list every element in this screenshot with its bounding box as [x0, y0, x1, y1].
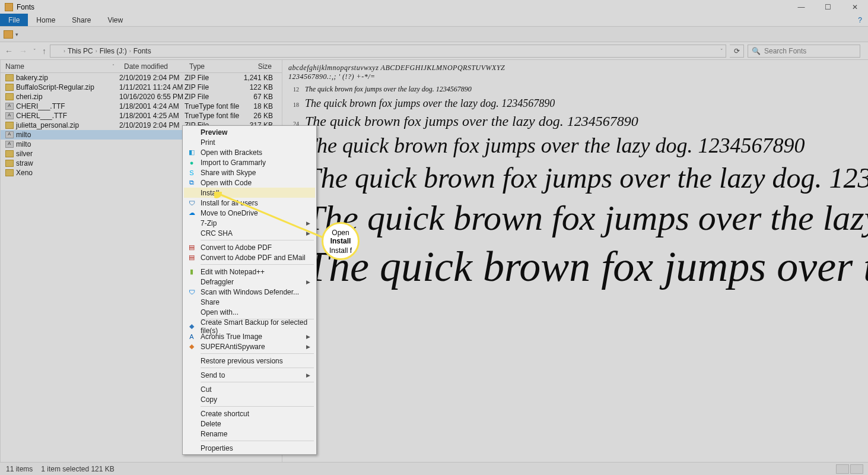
sidebar-item[interactable]: bakery.zip [0, 319, 1, 330]
forward-button[interactable]: → [19, 46, 27, 56]
menu-item[interactable]: Copy [184, 394, 315, 404]
table-row[interactable]: cheri.zip10/16/2020 6:55 PMZIP File67 KB [1, 92, 282, 102]
sidebar-item[interactable]: BuffaloScript-Regular.zip [0, 330, 1, 340]
sidebar-item[interactable]: AppData [0, 137, 1, 148]
menu-item[interactable]: Send to▶ [184, 370, 315, 380]
tab-home[interactable]: Home [28, 14, 63, 26]
tab-share[interactable]: Share [63, 14, 99, 26]
sidebar-item[interactable]: Archived Pictures [0, 159, 1, 169]
maximize-button[interactable]: ☐ [815, 0, 841, 14]
tab-file[interactable]: File [0, 14, 28, 26]
tab-view[interactable]: View [99, 14, 131, 26]
menu-item[interactable]: 🛡Scan with Windows Defender... [184, 287, 315, 297]
menu-item[interactable]: 7-Zip▶ [184, 218, 315, 228]
menu-item[interactable]: SShare with Skype [184, 167, 315, 178]
sidebar-item[interactable]: Favorites [0, 297, 1, 308]
column-size[interactable]: Size [241, 62, 276, 71]
menu-item[interactable]: ⧉Open with Code [184, 178, 315, 188]
menu-item[interactable]: CRC SHA▶ [184, 228, 315, 238]
column-name[interactable]: Name˄ [1, 62, 119, 71]
menu-item[interactable]: Delete [184, 419, 315, 429]
sidebar-item[interactable]: Files (J:) [0, 116, 1, 126]
sidebar-item[interactable]: Cursors [0, 191, 1, 201]
menu-item-icon: S [187, 168, 196, 178]
sidebar-item[interactable]: Videos [0, 94, 1, 105]
minimize-button[interactable]: — [788, 0, 815, 14]
menu-item[interactable]: Defraggler▶ [184, 277, 315, 287]
sidebar-item[interactable]: Audio [0, 169, 1, 180]
sidebar-item[interactable]: My Downloads [0, 404, 1, 415]
sidebar-item[interactable]: Documents [0, 212, 1, 223]
address-bar[interactable]: › This PC› Files (J:)› Fonts ˅ [50, 45, 726, 58]
menu-item[interactable]: ◆Create Smart Backup for selected file(s… [184, 321, 315, 331]
menu-item[interactable]: Share [184, 297, 315, 307]
up-button[interactable]: ↑ [42, 46, 46, 56]
menu-item[interactable]: AAcronis True Image▶ [184, 331, 315, 341]
column-type[interactable]: Type [185, 62, 241, 71]
sidebar-item[interactable]: 6f4960b49390e04d.zip [0, 276, 1, 287]
menu-item[interactable]: Properties [184, 443, 315, 453]
menu-item[interactable]: Open with... [184, 307, 315, 317]
sidebar-item[interactable]: Music [0, 394, 1, 404]
menu-item[interactable]: ▮Edit with Notepad++ [184, 267, 315, 277]
sidebar-item[interactable]: Music [0, 73, 1, 84]
sidebar-item[interactable]: Adobe Photoshop CC 2019 Settings [0, 126, 1, 137]
search-input[interactable]: 🔍 Search Fonts [748, 45, 860, 58]
chevron-down-icon[interactable]: ▾ [15, 31, 18, 37]
navigation-pane[interactable]: ▲ ▼ DownloadsMusicPicturesVideossandisk … [0, 60, 1, 472]
menu-item[interactable]: ◆SUPERAntiSpyware▶ [184, 341, 315, 352]
sidebar-item[interactable]: julietta_personal.zip [0, 351, 1, 362]
menu-item[interactable]: Preview [184, 127, 315, 137]
breadcrumb[interactable]: This PC [68, 47, 93, 55]
sidebar-item[interactable]: Software [0, 447, 1, 458]
sidebar-item[interactable]: Elementor Freebies [0, 244, 1, 255]
sidebar-item[interactable]: Xenophone.zip [0, 383, 1, 394]
sidebar-item[interactable]: Outlook Files [0, 415, 1, 426]
column-date[interactable]: Date modified [119, 62, 185, 71]
table-row[interactable]: CHERI___.TTF1/18/2001 4:24 AMTrueType fo… [1, 102, 282, 111]
menu-item[interactable]: ▤Convert to Adobe PDF [184, 242, 315, 252]
back-button[interactable]: ← [5, 46, 13, 56]
sidebar-item[interactable]: cheri.zip [0, 340, 1, 351]
menu-item[interactable]: Restore previous versions [184, 356, 315, 366]
menu-item[interactable]: Install [184, 188, 315, 198]
menu-item[interactable]: ◧Open with Brackets [184, 147, 315, 157]
sidebar-item[interactable]: WordPress Freebies [0, 265, 1, 276]
menu-item[interactable]: Cut [184, 384, 315, 394]
sidebar-item[interactable]: Compressed [0, 180, 1, 191]
sidebar-item[interactable]: Creatively_Caffeinated-WP Plugins [0, 233, 1, 244]
menu-item[interactable]: Rename [184, 429, 315, 439]
sidebar-item[interactable]: Downloads [0, 223, 1, 233]
context-menu[interactable]: PreviewPrint◧Open with Brackets●Import t… [182, 125, 317, 455]
help-icon[interactable]: ? [852, 14, 868, 26]
table-row[interactable]: BuffaloScript-Regular.zip1/11/2021 11:24… [1, 83, 282, 92]
menu-item[interactable]: Create shortcut [184, 408, 315, 419]
sidebar-item[interactable]: Downloads [0, 62, 1, 73]
view-icons-button[interactable] [850, 464, 863, 474]
menu-item[interactable]: 🛡Install for all users [184, 198, 315, 208]
view-details-button[interactable] [836, 464, 849, 474]
sidebar-item[interactable]: Pictures [0, 426, 1, 436]
sidebar-item[interactable]: Archived Documents [0, 148, 1, 159]
refresh-button[interactable]: ⟳ [730, 45, 744, 58]
sidebar-item[interactable]: School [0, 436, 1, 447]
sidebar-item[interactable]: strawberry_blossom_personal.zip [0, 372, 1, 383]
column-headers[interactable]: Name˄ Date modified Type Size [1, 60, 282, 73]
sidebar-item[interactable]: Desktop [0, 201, 1, 212]
menu-item[interactable]: Print [184, 137, 315, 147]
breadcrumb[interactable]: Fonts [133, 47, 151, 55]
sidebar-item[interactable]: Photoshop brushes [0, 255, 1, 265]
sidebar-item[interactable]: silver_charm_personal.zip [0, 362, 1, 372]
close-button[interactable]: ✕ [841, 0, 868, 14]
table-row[interactable]: bakery.zip2/10/2019 2:04 PMZIP File1,241… [1, 73, 282, 83]
sidebar-item[interactable]: TooManyAddons-9.0.2.zip [0, 287, 1, 297]
sidebar-item[interactable]: Fonts [0, 308, 1, 319]
table-row[interactable]: CHERL___.TTF1/18/2001 4:25 AMTrueType fo… [1, 111, 282, 121]
menu-item[interactable]: ☁Move to OneDrive [184, 208, 315, 218]
menu-item[interactable]: ▤Convert to Adobe PDF and EMail [184, 252, 315, 262]
recent-dropdown[interactable]: ˅ [33, 48, 36, 54]
breadcrumb[interactable]: Files (J:) [100, 47, 127, 55]
sidebar-item[interactable]: sandisk (C:) [0, 105, 1, 116]
sidebar-item[interactable]: Pictures [0, 84, 1, 94]
menu-item[interactable]: ●Import to Grammarly [184, 157, 315, 167]
